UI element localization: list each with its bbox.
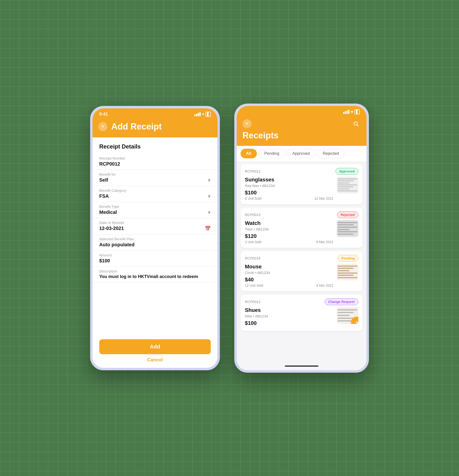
tab-pending[interactable]: Pending — [259, 149, 285, 158]
date-of-receipt-field[interactable]: Date of Receipt 12-03-2021 📅 — [93, 218, 218, 235]
receipt-amount-3: $40 — [245, 277, 333, 283]
chevron-down-icon-2: ∨ — [208, 193, 211, 199]
receipt-name-4: Shues — [245, 307, 333, 313]
amount-label: Amount — [99, 253, 211, 257]
receipt-id-3: RCP0014 — [245, 256, 261, 260]
receipt-subtitle-4: Nike • AB1234 — [245, 314, 333, 318]
svg-line-1 — [357, 125, 358, 126]
receipt-amount-1: $100 — [245, 190, 333, 196]
benefit-plan-label: Selected Benefit Plan — [99, 237, 211, 241]
receipt-list: RCP0012 Approved Sunglasses Ray-Ban • AB… — [237, 161, 366, 362]
date-label: Date of Receipt — [99, 221, 211, 225]
signal-bar-4 — [199, 112, 201, 116]
chevron-down-icon: ∨ — [208, 177, 211, 183]
receipt-amount-4: $100 — [245, 320, 333, 326]
receipt-date-1: 12 Mar 2021 — [314, 196, 333, 200]
time-display: 9:41 — [99, 112, 108, 117]
signal-bar-3 — [198, 113, 199, 116]
receipt-id-1: RCP0012 — [245, 169, 261, 173]
receipts-header: < Receipts — [237, 117, 366, 146]
status-badge-rejected: Rejected — [337, 212, 358, 218]
search-icon — [353, 121, 359, 127]
add-receipt-header: < Add Receipt — [93, 119, 218, 137]
description-value: You must log in to HKTVmall account to r… — [99, 274, 211, 279]
description-label: Description — [99, 269, 211, 273]
form-section-title: Receipt Details — [93, 137, 218, 154]
filter-tab-bar: All Pending Approved Rejected — [237, 146, 366, 161]
receipt-number-field[interactable]: Receipt Number RCP0012 — [93, 154, 218, 170]
receipt-info-1: Sunglasses Ray-Ban • AB1234 $100 8 Unit … — [245, 177, 333, 200]
benefit-category-label: Benefit Category — [99, 188, 211, 193]
tab-all[interactable]: All — [241, 149, 257, 158]
calendar-icon: 📅 — [205, 226, 211, 231]
receipt-info-4: Shues Nike • AB1234 $100 — [245, 307, 333, 327]
receipt-id-4: RCP0012 — [245, 300, 261, 304]
date-value: 12-03-2021 — [99, 226, 124, 231]
benefit-plan-value: Auto populated — [99, 242, 211, 247]
receipt-name-2: Watch — [245, 220, 333, 226]
benefit-type-field[interactable]: Benefit Type Medical ∨ — [93, 202, 218, 218]
benefit-category-field[interactable]: Benefit Category FSA ∨ — [93, 186, 218, 202]
receipt-info-3: Mouse Circle • AB1234 $40 12 Unit Sold 4… — [245, 264, 333, 287]
status-bar-right: ▾ ▋ — [237, 106, 366, 117]
receipt-card-mouse[interactable]: RCP0014 Pending Mouse Circle • AB1234 $4… — [241, 251, 363, 291]
receipt-subtitle-3: Circle • AB1234 — [245, 271, 333, 275]
signal-r1 — [343, 112, 344, 114]
receipt-form: Receipt Details Receipt Number RCP0012 B… — [93, 137, 218, 335]
signal-bar-1 — [195, 114, 196, 116]
home-bar — [285, 366, 318, 367]
receipt-id-2: RCP0013 — [245, 213, 261, 217]
benefit-for-label: Benefit for — [99, 172, 211, 176]
description-field[interactable]: Description You must log in to HKTVmall … — [93, 267, 218, 282]
status-bar-left: 9:41 ▾ ▋ — [93, 108, 218, 119]
receipt-image-1 — [337, 177, 358, 193]
receipt-number-value: RCP0012 — [99, 161, 211, 167]
receipt-name-1: Sunglasses — [245, 177, 333, 183]
tab-rejected[interactable]: Rejected — [317, 149, 344, 158]
receipt-subtitle-2: Titan • AB1234 — [245, 227, 333, 231]
receipt-image-3 — [337, 264, 358, 280]
status-icons: ▾ ▋ — [195, 112, 211, 117]
tab-approved[interactable]: Approved — [287, 149, 315, 158]
receipt-card-sunglasses[interactable]: RCP0012 Approved Sunglasses Ray-Ban • AB… — [241, 164, 363, 204]
battery-icon-right: ▋ — [355, 109, 360, 114]
receipt-units-3: 12 Unit Sold — [245, 283, 263, 287]
receipt-date-2: 8 Mar 2021 — [316, 240, 333, 244]
receipt-date-3: 4 Mar 2021 — [316, 283, 333, 287]
receipt-number-label: Receipt Number — [99, 156, 211, 160]
receipts-title: Receipts — [242, 130, 361, 141]
status-badge-change-request: Change Request — [325, 298, 358, 305]
receipt-subtitle-1: Ray-Ban • AB1234 — [245, 184, 333, 188]
receipt-image-2 — [337, 220, 358, 237]
benefit-for-value: Self — [99, 177, 108, 183]
bottom-action-bar: Add Cancel — [93, 335, 218, 368]
signal-r4 — [348, 110, 349, 114]
wifi-icon-right: ▾ — [351, 109, 353, 115]
benefit-type-label: Benefit Type — [99, 204, 211, 209]
add-receipt-phone: 9:41 ▾ ▋ < Add Receipt Receipt Details — [90, 106, 220, 370]
back-button-left[interactable]: < — [98, 122, 107, 131]
battery-icon: ▋ — [205, 112, 211, 117]
amount-field[interactable]: Amount $100 — [93, 251, 218, 267]
signal-r2 — [345, 111, 346, 114]
add-button[interactable]: Add — [99, 339, 211, 354]
benefit-plan-field: Selected Benefit Plan Auto populated — [93, 235, 218, 251]
status-badge-pending: Pending — [338, 255, 358, 262]
amount-value: $100 — [99, 258, 211, 264]
signal-r3 — [347, 110, 348, 114]
chevron-down-icon-3: ∨ — [208, 210, 211, 215]
receipt-card-shues[interactable]: RCP0012 Change Request Shues Nike • AB12… — [241, 295, 363, 331]
benefit-for-field[interactable]: Benefit for Self ∨ — [93, 170, 218, 186]
wifi-icon: ▾ — [202, 112, 204, 117]
receipt-name-3: Mouse — [245, 264, 333, 270]
status-icons-right: ▾ ▋ — [343, 109, 360, 115]
page-title-left: Add Receipt — [111, 122, 162, 132]
receipt-info-2: Watch Titan • AB1234 $120 2 Unit Sold 8 … — [245, 220, 333, 244]
receipts-phone: ▾ ▋ < Receipts All Pending Approved — [234, 103, 369, 373]
search-button[interactable] — [351, 119, 361, 128]
back-button-right[interactable]: < — [242, 119, 252, 128]
status-badge-approved: Approved — [335, 168, 358, 175]
receipt-amount-2: $120 — [245, 233, 333, 239]
receipt-card-watch[interactable]: RCP0013 Rejected Watch Titan • AB1234 $1… — [241, 208, 363, 248]
cancel-button[interactable]: Cancel — [99, 354, 211, 366]
